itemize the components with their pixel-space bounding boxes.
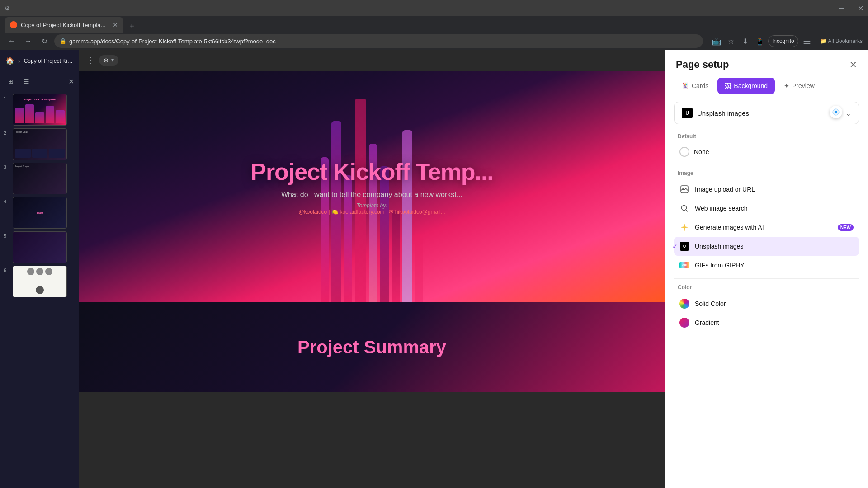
slide-2: Project Summary [79,302,665,392]
image-upload-label: Image upload or URL [695,186,854,193]
tab-cards-label: Cards [692,82,708,89]
back-btn[interactable]: ← [5,35,18,47]
grid-view-btn[interactable]: ⊞ [5,75,17,88]
tab-preview[interactable]: ✦ Preview [777,78,822,94]
none-circle-icon [679,147,689,157]
slide-number: 6 [4,267,9,273]
incognito-label: Incognito [772,38,794,44]
browser-toolbar-icons: 📺 ☆ ⬇ 📱 Incognito ☰ [710,35,811,47]
download-icon[interactable]: ⬇ [739,35,752,47]
upload-icon [679,184,689,194]
dropdown-header-left: U Unsplash images [682,108,749,118]
maximize-btn[interactable]: □ [849,4,853,12]
dots-menu-icon[interactable]: ⋮ [86,55,94,65]
slide-number: 5 [4,233,9,239]
all-bookmarks: 📁 All Bookmarks [820,38,863,44]
tab-cards[interactable]: 🃏 Cards [674,78,716,94]
list-view-btn[interactable]: ☰ [20,75,33,88]
slide-number: 3 [4,164,9,170]
search-icon [679,203,689,213]
slide-item[interactable]: 4 Team [4,197,75,229]
cast-icon[interactable]: 📺 [710,35,723,47]
slide-item[interactable]: 5 [4,231,75,263]
divider [674,164,859,164]
svg-point-4 [682,206,687,211]
view-toggle[interactable]: ⊕ ▾ [99,55,118,66]
slide-item[interactable]: 2 Project Goal [4,128,75,160]
menu-item-image-upload[interactable]: Image upload or URL [674,180,859,199]
none-option[interactable]: None [674,143,859,160]
panel-body: U Unsplash images ⌄ Default None [665,94,868,488]
window-controls[interactable]: ⚙ [5,5,10,12]
slide-thumb-1[interactable]: Project Kickoff Template [13,94,67,126]
incognito-btn[interactable]: Incognito [768,35,798,47]
slide-number: 2 [4,130,9,136]
web-search-label: Web image search [695,205,854,212]
source-dropdown[interactable]: U Unsplash images ⌄ [674,102,859,124]
app-container: 🏠 › Copy of Project Kickoff Template ⊞ ☰… [0,50,868,488]
background-tab-icon: 🖼 [725,82,731,89]
menu-item-giphy[interactable]: GIF GIFs from GIPHY [674,256,859,275]
tab-background[interactable]: 🖼 Background [717,78,775,94]
tab-preview-label: Preview [792,82,815,89]
slide-thumb-2[interactable]: Project Goal [13,128,67,160]
dropdown-label: Unsplash images [697,109,749,117]
image-section: Image Image upload or URL [674,168,859,275]
panel-close-btn[interactable]: ✕ [849,59,857,70]
bookmarks-icon[interactable]: ☰ [803,36,811,47]
divider-2 [674,278,859,279]
bookmark-icon[interactable]: ☆ [725,35,737,47]
panel-header: Page setup ✕ [665,50,868,78]
solid-color-label: Solid Color [695,300,854,307]
address-bar[interactable]: 🔒 gamma.app/docs/Copy-of-Project-Kickoff… [54,34,703,48]
slide-item[interactable]: 1 Project Kickoff Template [4,94,75,126]
sparkle-icon [679,222,689,232]
unsplash-menu-icon: U [679,241,689,251]
sidebar-toolbar: ⊞ ☰ ✕ [0,72,79,90]
giphy-icon: GIF [679,260,689,270]
image-section-label: Image [674,168,859,178]
slide-1-content: Project Kickoff Temp... What do I want t… [241,149,502,224]
slide-template-by: Template by: [250,202,493,209]
browser-chrome: ⚙ ─ □ ✕ Copy of Project Kickoff Templa..… [0,0,868,50]
devices-icon[interactable]: 📱 [754,35,766,47]
home-btn[interactable]: 🏠 [5,56,14,65]
slide-thumb-5[interactable] [13,231,67,263]
default-section-label: Default [674,131,859,141]
slide-canvas: Project Kickoff Temp... What do I want t… [79,71,665,488]
sidebar-close-btn[interactable]: ✕ [68,77,74,86]
new-tab-btn[interactable]: + [125,20,138,33]
slide-item[interactable]: 3 Project Scope [4,163,75,194]
chevron-down-icon: ⌄ [845,109,851,117]
menu-item-gradient[interactable]: Gradient [674,313,859,332]
forward-btn[interactable]: → [22,35,34,47]
menu-item-unsplash[interactable]: ✓ U Unsplash images [674,237,859,256]
slide-subtitle: What do I want to tell the company about… [250,191,493,199]
title-bar: ⚙ ─ □ ✕ [0,0,868,16]
tab-bar: Copy of Project Kickoff Templa... ✕ + [0,16,868,33]
reload-btn[interactable]: ↻ [38,35,51,47]
gradient-icon [679,318,689,328]
minimize-btn[interactable]: ─ [839,4,844,12]
active-tab[interactable]: Copy of Project Kickoff Templa... ✕ [5,17,123,33]
menu-item-generate-ai[interactable]: Generate images with AI NEW [674,218,859,237]
url-text: gamma.app/docs/Copy-of-Project-Kickoff-T… [69,38,276,45]
paint-edit-icon[interactable] [830,106,842,118]
svg-line-5 [686,210,688,212]
slide-thumb-4[interactable]: Team [13,197,67,229]
default-section: Default None [674,131,859,160]
tab-close-btn[interactable]: ✕ [113,21,118,28]
slide-item[interactable]: 6 [4,266,75,297]
breadcrumb-title: Copy of Project Kickoff Template [24,58,73,64]
menu-item-web-search[interactable]: Web image search [674,199,859,218]
giphy-label: GIFs from GIPHY [695,262,854,269]
slide-thumb-3[interactable]: Project Scope [13,163,67,194]
close-window-btn[interactable]: ✕ [858,4,863,13]
slide-thumb-6[interactable] [13,266,67,297]
tab-background-label: Background [734,82,768,89]
slide-main-title: Project Kickoff Temp... [250,158,493,185]
lock-icon: 🔒 [60,38,66,44]
menu-item-solid-color[interactable]: Solid Color [674,294,859,313]
check-icon: ✓ [672,243,678,250]
slide-number: 1 [4,96,9,101]
